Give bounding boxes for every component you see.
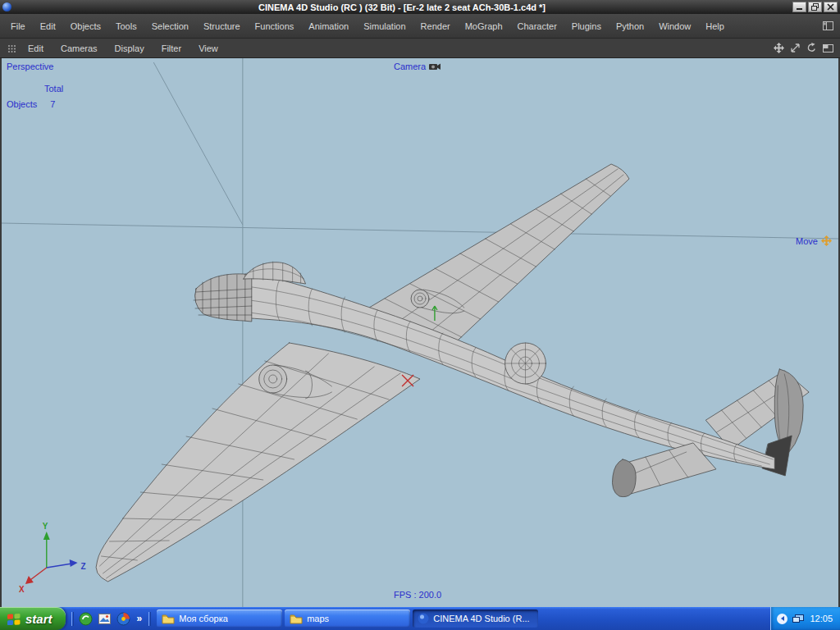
menu-item-help[interactable]: Help [698, 19, 732, 34]
taskbar-button-moya-sborka[interactable]: Моя сборка [157, 609, 282, 628]
taskbar-buttons: Моя сборка maps CINEMA 4D Studio (R... [157, 607, 538, 630]
taskbar-button-cinema4d[interactable]: CINEMA 4D Studio (R... [413, 609, 538, 628]
move-icon [821, 235, 832, 246]
menu-item-file[interactable]: File [3, 19, 33, 34]
network-icon[interactable] [792, 614, 805, 624]
tray-clock[interactable]: 12:05 [810, 614, 833, 623]
scene-svg: Y Z X [2, 58, 838, 607]
menu-item-functions[interactable]: Functions [248, 19, 302, 34]
hud-total-label: Total [44, 84, 63, 94]
minimize-icon [796, 3, 803, 11]
hud-view-label[interactable]: Perspective [7, 62, 53, 71]
menu-item-render[interactable]: Render [413, 19, 458, 34]
hud-move-label: Move [796, 236, 818, 246]
axis-gizmo: Y Z X [19, 522, 86, 594]
chevron-left-icon [781, 616, 784, 621]
menu-item-python[interactable]: Python [609, 19, 651, 34]
menu-item-objects[interactable]: Objects [63, 19, 108, 34]
menu-item-character[interactable]: Character [510, 19, 564, 34]
viewport-menu-cameras[interactable]: Cameras [52, 42, 106, 55]
menu-item-tools[interactable]: Tools [108, 19, 144, 34]
viewport-toolbar: Edit Cameras Display Filter View [0, 39, 840, 58]
menu-item-animation[interactable]: Animation [301, 19, 356, 34]
taskbar-button-label: Моя сборка [179, 614, 228, 623]
menu-item-simulation[interactable]: Simulation [356, 19, 413, 34]
menu-item-edit[interactable]: Edit [33, 19, 63, 34]
taskbar-button-label: maps [307, 614, 329, 623]
left-fin [612, 459, 636, 497]
cinema4d-icon [418, 613, 429, 624]
viewport-menu-edit[interactable]: Edit [20, 42, 52, 55]
title-bar: CINEMA 4D Studio (RC ) (32 Bit) - [Er-2 … [0, 0, 840, 14]
viewport-menu-view[interactable]: View [190, 42, 226, 55]
taskbar-button-maps[interactable]: maps [285, 609, 410, 628]
hud-objects-count: 7 [50, 99, 55, 109]
taskbar-divider [148, 612, 151, 626]
nose-glazing [194, 274, 252, 322]
quick-launch-icon-1[interactable] [79, 612, 93, 626]
left-stabilizer [612, 443, 715, 497]
hud-camera-label: Camera [394, 62, 426, 71]
menu-item-window[interactable]: Window [651, 19, 698, 34]
menu-item-plugins[interactable]: Plugins [564, 19, 609, 34]
minimize-button[interactable] [792, 2, 806, 12]
rotate-view-icon[interactable] [806, 43, 817, 53]
cinema4d-window: CINEMA 4D Studio (RC ) (32 Bit) - [Er-2 … [0, 0, 840, 630]
quick-launch-overflow-icon[interactable]: » [135, 613, 144, 624]
quick-launch-icon-2[interactable] [98, 612, 112, 626]
scale-view-icon[interactable] [790, 43, 801, 53]
grid-handle-icon[interactable] [4, 44, 19, 52]
left-wing [96, 343, 420, 582]
start-label: start [25, 612, 52, 626]
windows-logo-icon [7, 612, 21, 625]
hud-camera[interactable]: Camera [394, 62, 441, 71]
close-icon [827, 3, 834, 11]
camera-icon [429, 62, 441, 71]
axis-y-label: Y [43, 522, 48, 531]
menu-item-mograph[interactable]: MoGraph [458, 19, 510, 34]
viewport[interactable]: Y Z X Perspective Total Objects 7 Camera… [0, 58, 840, 607]
hud-fps: FPS : 200.0 [394, 590, 441, 600]
viewport-menu-filter[interactable]: Filter [153, 42, 189, 55]
axis-z-label: Z [81, 562, 86, 571]
quick-launch-handle[interactable] [71, 612, 74, 626]
menu-bar: File Edit Objects Tools Selection Struct… [0, 14, 840, 39]
dorsal-turret [505, 343, 546, 384]
menu-item-structure[interactable]: Structure [196, 19, 248, 34]
folder-icon [162, 614, 175, 624]
axis-x-label: X [19, 585, 25, 594]
quick-launch-icon-3[interactable] [116, 612, 130, 626]
restore-icon [811, 3, 819, 11]
hud-objects-label: Objects [7, 99, 37, 109]
start-button[interactable]: start [0, 607, 66, 630]
move-view-icon[interactable] [774, 43, 784, 53]
taskbar: start » Моя сборка [0, 607, 840, 630]
layout-panel-icon[interactable] [823, 21, 837, 30]
system-tray: 12:05 [770, 607, 840, 630]
taskbar-button-label: CINEMA 4D Studio (R... [433, 614, 529, 623]
hud-objects-row: Objects 7 [7, 99, 55, 109]
tray-collapse-button[interactable] [777, 614, 788, 624]
hud-move[interactable]: Move [796, 235, 832, 246]
folder-icon [290, 614, 303, 624]
restore-button[interactable] [808, 2, 822, 12]
menu-item-selection[interactable]: Selection [144, 19, 196, 34]
app-icon [2, 2, 11, 11]
close-button[interactable] [824, 2, 838, 12]
viewport-menu-display[interactable]: Display [107, 42, 153, 55]
toggle-view-icon[interactable] [823, 43, 833, 53]
window-title: CINEMA 4D Studio (RC ) (32 Bit) - [Er-2 … [15, 2, 789, 12]
quick-launch: » [66, 607, 158, 630]
